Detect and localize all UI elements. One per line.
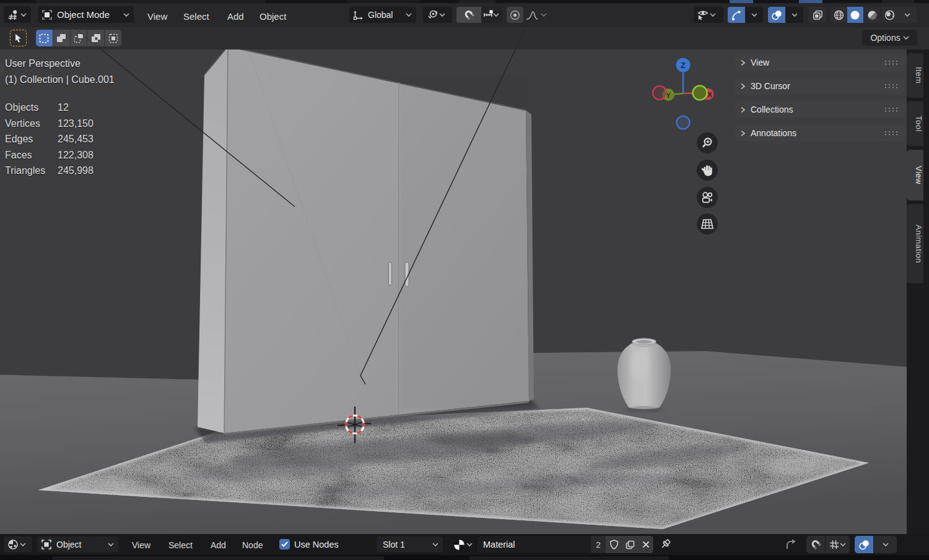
svg-text:Z: Z [681,61,686,70]
svg-text:X: X [707,91,712,98]
